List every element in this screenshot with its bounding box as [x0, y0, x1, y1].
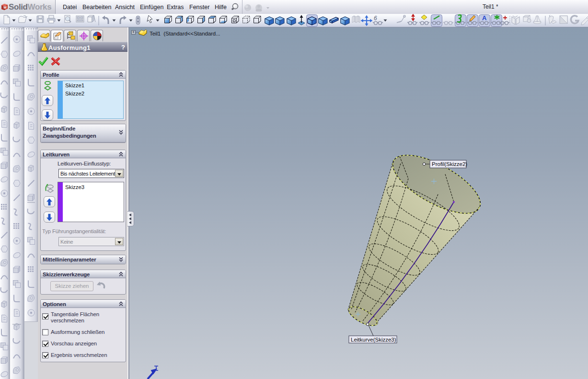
svg-text:A: A — [482, 14, 487, 22]
svg-text:Profil(Skizze2): Profil(Skizze2) — [432, 161, 467, 167]
svg-text:6: 6 — [374, 15, 377, 22]
svg-text:Leitkurve(Skizze3): Leitkurve(Skizze3) — [351, 337, 396, 343]
svg-text:W: W — [3, 6, 7, 9]
